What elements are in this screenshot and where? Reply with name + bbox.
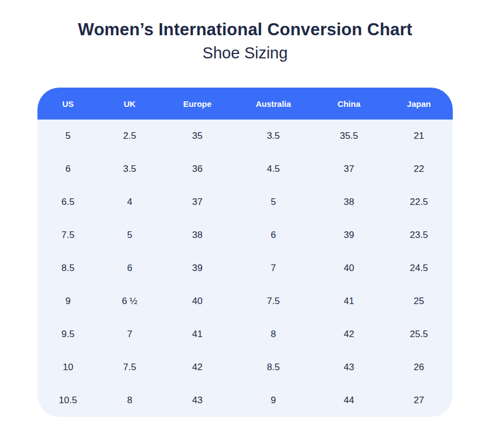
cell-us: 9.5 xyxy=(37,318,99,351)
cell-uk: 6 ½ xyxy=(99,285,161,318)
shoe-size-table: US UK Europe Australia China Japan 5 2.5… xyxy=(37,88,453,417)
cell-australia: 5 xyxy=(234,186,313,219)
cell-uk: 2.5 xyxy=(99,120,161,153)
cell-uk: 7.5 xyxy=(99,351,161,384)
cell-australia: 9 xyxy=(234,384,313,417)
cell-europe: 40 xyxy=(161,285,234,318)
cell-uk: 6 xyxy=(99,252,161,285)
table-row: 6.5 4 37 5 38 22.5 xyxy=(37,186,453,219)
header-row: US UK Europe Australia China Japan xyxy=(37,88,453,120)
column-header-europe: Europe xyxy=(161,88,234,120)
cell-china: 37 xyxy=(313,153,385,186)
cell-europe: 43 xyxy=(161,384,234,417)
cell-china: 35.5 xyxy=(313,120,385,153)
cell-europe: 41 xyxy=(161,318,234,351)
table-row: 7.5 5 38 6 39 23.5 xyxy=(37,219,453,252)
cell-europe: 37 xyxy=(161,186,234,219)
cell-japan: 21 xyxy=(385,120,453,153)
column-header-us: US xyxy=(37,88,99,120)
cell-australia: 6 xyxy=(234,219,313,252)
cell-japan: 25.5 xyxy=(385,318,453,351)
cell-china: 38 xyxy=(313,186,385,219)
column-header-japan: Japan xyxy=(385,88,453,120)
cell-us: 5 xyxy=(37,120,99,153)
cell-japan: 25 xyxy=(385,285,453,318)
cell-china: 39 xyxy=(313,219,385,252)
column-header-china: China xyxy=(313,88,385,120)
cell-us: 10 xyxy=(37,351,99,384)
table-row: 9.5 7 41 8 42 25.5 xyxy=(37,318,453,351)
title-block: Women’s International Conversion Chart S… xyxy=(37,20,453,63)
cell-europe: 36 xyxy=(161,153,234,186)
cell-us: 6 xyxy=(37,153,99,186)
cell-australia: 7 xyxy=(234,252,313,285)
column-header-uk: UK xyxy=(99,88,161,120)
table-row: 10.5 8 43 9 44 27 xyxy=(37,384,453,417)
cell-us: 7.5 xyxy=(37,219,99,252)
table-row: 5 2.5 35 3.5 35.5 21 xyxy=(37,120,453,153)
table-row: 8.5 6 39 7 40 24.5 xyxy=(37,252,453,285)
cell-australia: 3.5 xyxy=(234,120,313,153)
page-container: Women’s International Conversion Chart S… xyxy=(37,0,453,417)
cell-europe: 35 xyxy=(161,120,234,153)
cell-uk: 7 xyxy=(99,318,161,351)
table-row: 10 7.5 42 8.5 43 26 xyxy=(37,351,453,384)
cell-japan: 24.5 xyxy=(385,252,453,285)
column-header-australia: Australia xyxy=(234,88,313,120)
cell-japan: 26 xyxy=(385,351,453,384)
cell-japan: 23.5 xyxy=(385,219,453,252)
page-title: Women’s International Conversion Chart xyxy=(37,20,453,40)
cell-australia: 7.5 xyxy=(234,285,313,318)
table-row: 9 6 ½ 40 7.5 41 25 xyxy=(37,285,453,318)
cell-europe: 42 xyxy=(161,351,234,384)
table-row: 6 3.5 36 4.5 37 22 xyxy=(37,153,453,186)
cell-japan: 27 xyxy=(385,384,453,417)
cell-europe: 39 xyxy=(161,252,234,285)
cell-japan: 22.5 xyxy=(385,186,453,219)
cell-uk: 8 xyxy=(99,384,161,417)
cell-china: 43 xyxy=(313,351,385,384)
cell-australia: 8 xyxy=(234,318,313,351)
cell-europe: 38 xyxy=(161,219,234,252)
cell-uk: 4 xyxy=(99,186,161,219)
conversion-table: US UK Europe Australia China Japan 5 2.5… xyxy=(37,88,453,417)
cell-australia: 8.5 xyxy=(234,351,313,384)
cell-japan: 22 xyxy=(385,153,453,186)
cell-us: 10.5 xyxy=(37,384,99,417)
page-subtitle: Shoe Sizing xyxy=(37,42,453,63)
cell-us: 8.5 xyxy=(37,252,99,285)
cell-uk: 5 xyxy=(99,219,161,252)
cell-us: 6.5 xyxy=(37,186,99,219)
cell-china: 42 xyxy=(313,318,385,351)
table-body: 5 2.5 35 3.5 35.5 21 6 3.5 36 4.5 37 22 … xyxy=(37,120,453,417)
cell-australia: 4.5 xyxy=(234,153,313,186)
cell-uk: 3.5 xyxy=(99,153,161,186)
cell-china: 44 xyxy=(313,384,385,417)
table-header: US UK Europe Australia China Japan xyxy=(37,88,453,120)
cell-china: 40 xyxy=(313,252,385,285)
cell-china: 41 xyxy=(313,285,385,318)
cell-us: 9 xyxy=(37,285,99,318)
